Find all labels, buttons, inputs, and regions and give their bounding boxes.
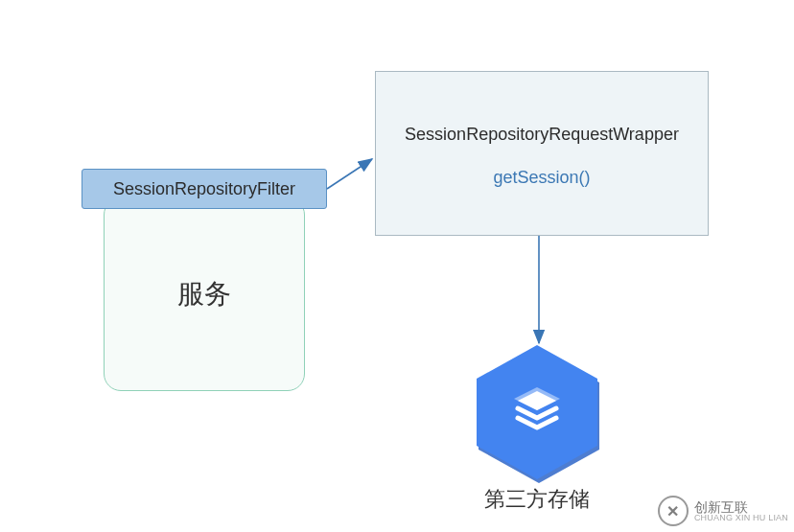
watermark: ✕ 创新互联 CHUANG XIN HU LIAN xyxy=(658,496,788,526)
watermark-glyph: ✕ xyxy=(666,502,679,520)
filter-label: SessionRepositoryFilter xyxy=(113,179,295,199)
session-repository-filter-node: SessionRepositoryFilter xyxy=(82,169,327,209)
watermark-en: CHUANG XIN HU LIAN xyxy=(694,514,788,522)
hexagon-shape xyxy=(470,345,604,479)
storage-label: 第三方存储 xyxy=(455,485,619,514)
service-label: 服务 xyxy=(177,276,231,312)
service-node: 服务 xyxy=(104,197,305,391)
watermark-cn: 创新互联 xyxy=(694,500,788,514)
database-stack-icon xyxy=(470,345,604,479)
watermark-logo-icon: ✕ xyxy=(658,496,689,526)
watermark-text: 创新互联 CHUANG XIN HU LIAN xyxy=(694,500,788,522)
third-party-storage-node: 第三方存储 xyxy=(455,345,619,508)
edge-filter-to-wrapper xyxy=(327,159,372,189)
session-repository-request-wrapper-node: SessionRepositoryRequestWrapper getSessi… xyxy=(375,71,709,236)
wrapper-title: SessionRepositoryRequestWrapper xyxy=(405,125,679,145)
wrapper-method-label: getSession() xyxy=(493,168,590,188)
